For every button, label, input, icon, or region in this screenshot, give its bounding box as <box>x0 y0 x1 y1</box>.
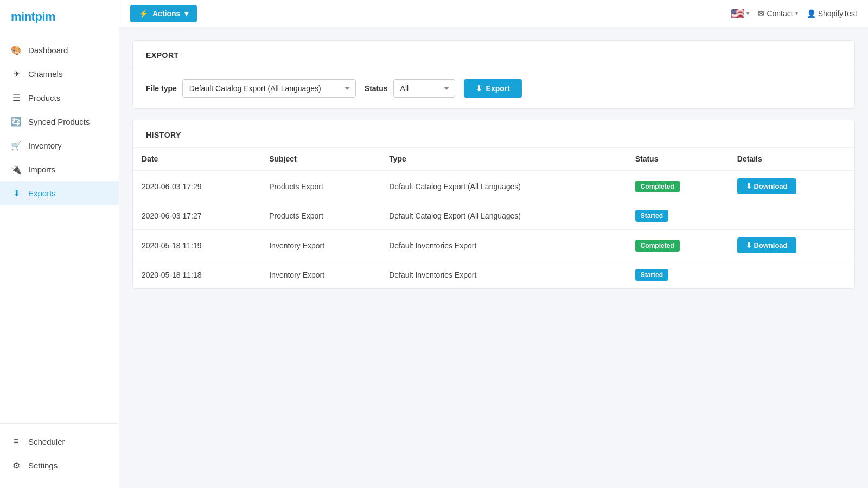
history-card: HISTORY Date Subject Type Status Details <box>132 120 855 289</box>
actions-chevron-icon: ▾ <box>184 9 188 18</box>
table-row: 2020-06-03 17:27Products ExportDefault C… <box>133 202 854 230</box>
cell-status: Completed <box>627 230 729 261</box>
cell-subject: Products Export <box>260 170 380 202</box>
download-button[interactable]: ⬇ Download <box>737 237 796 253</box>
contact-chevron-icon: ▾ <box>795 10 798 16</box>
flag-icon: 🇺🇸 <box>731 7 744 20</box>
download-button[interactable]: ⬇ Download <box>737 178 796 194</box>
contact-label: Contact <box>767 9 793 18</box>
sidebar-item-scheduler[interactable]: ≡ Scheduler <box>0 429 119 453</box>
sidebar-item-dashboard[interactable]: 🎨 Dashboard <box>0 38 119 62</box>
file-type-group: File type Default Catalog Export (All La… <box>146 79 356 98</box>
logo: mintpim <box>0 0 119 33</box>
logo-text: mintpim <box>11 10 55 24</box>
scheduler-icon: ≡ <box>11 436 22 447</box>
table-row: 2020-05-18 11:18Inventory ExportDefault … <box>133 261 854 289</box>
products-icon: ☰ <box>11 92 22 103</box>
status-badge: Started <box>635 269 668 281</box>
cell-date: 2020-05-18 11:18 <box>133 261 260 289</box>
cell-subject: Products Export <box>260 202 380 230</box>
export-button-label: Export <box>486 84 510 93</box>
table-body: 2020-06-03 17:29Products ExportDefault C… <box>133 170 854 288</box>
cell-type: Default Inventories Export <box>380 230 626 261</box>
sidebar-item-inventory[interactable]: 🛒 Inventory <box>0 133 119 157</box>
cell-date: 2020-06-03 17:29 <box>133 170 260 202</box>
status-badge: Completed <box>635 181 680 192</box>
cell-details <box>729 202 854 230</box>
sidebar-nav: 🎨 Dashboard ✈ Channels ☰ Products 🔄 Sync… <box>0 33 119 423</box>
sidebar-bottom: ≡ Scheduler ⚙ Settings <box>0 423 119 488</box>
status-badge: Completed <box>635 240 680 252</box>
settings-icon: ⚙ <box>11 460 22 471</box>
export-button[interactable]: ⬇ Export <box>464 79 522 98</box>
export-card-title: EXPORT <box>146 51 179 60</box>
cell-date: 2020-06-03 17:27 <box>133 202 260 230</box>
file-type-label: File type <box>146 84 177 93</box>
sidebar-item-label: Inventory <box>28 141 62 150</box>
cell-date: 2020-05-18 11:19 <box>133 230 260 261</box>
sidebar-item-label: Channels <box>28 69 62 79</box>
status-badge: Started <box>635 210 668 222</box>
user-label: ShopifyTest <box>818 9 857 18</box>
sidebar-item-label: Synced Products <box>28 117 90 126</box>
history-table: Date Subject Type Status Details 2020-06… <box>133 148 854 288</box>
actions-icon: ⚡ <box>139 9 148 18</box>
exports-icon: ⬇ <box>11 188 22 198</box>
sidebar-item-imports[interactable]: 🔌 Imports <box>0 157 119 181</box>
table-row: 2020-06-03 17:29Products ExportDefault C… <box>133 170 854 202</box>
col-type: Type <box>380 148 626 170</box>
sidebar-item-synced-products[interactable]: 🔄 Synced Products <box>0 110 119 133</box>
status-group: Status All Completed Started <box>365 79 455 98</box>
col-date: Date <box>133 148 260 170</box>
file-type-select[interactable]: Default Catalog Export (All Languages) C… <box>182 79 356 98</box>
main-area: ⚡ Actions ▾ 🇺🇸 ▾ ✉ Contact ▾ 👤 ShopifyTe… <box>119 0 868 488</box>
cell-type: Default Catalog Export (All Languages) <box>380 202 626 230</box>
history-card-title: HISTORY <box>146 131 181 139</box>
language-selector[interactable]: 🇺🇸 ▾ <box>731 7 749 20</box>
actions-button[interactable]: ⚡ Actions ▾ <box>130 5 197 22</box>
actions-label: Actions <box>152 9 180 18</box>
export-card-header: EXPORT <box>133 41 854 68</box>
history-card-header: HISTORY <box>133 120 854 148</box>
cell-type: Default Catalog Export (All Languages) <box>380 170 626 202</box>
sidebar-item-label: Products <box>28 93 60 102</box>
export-card: EXPORT File type Default Catalog Export … <box>132 40 855 109</box>
cell-status: Started <box>627 202 729 230</box>
sidebar-item-exports[interactable]: ⬇ Exports <box>0 181 119 205</box>
channels-icon: ✈ <box>11 68 22 79</box>
user-icon: 👤 <box>807 9 816 18</box>
cell-type: Default Inventories Export <box>380 261 626 289</box>
sidebar-item-label: Settings <box>28 461 58 470</box>
header: ⚡ Actions ▾ 🇺🇸 ▾ ✉ Contact ▾ 👤 ShopifyTe… <box>119 0 868 27</box>
cell-details: ⬇ Download <box>729 230 854 261</box>
sidebar-item-channels[interactable]: ✈ Channels <box>0 62 119 86</box>
contact-button[interactable]: ✉ Contact ▾ <box>758 9 797 18</box>
status-select[interactable]: All Completed Started <box>393 79 455 98</box>
table-header-row: Date Subject Type Status Details <box>133 148 854 170</box>
sidebar-item-settings[interactable]: ⚙ Settings <box>0 453 119 477</box>
cell-subject: Inventory Export <box>260 230 380 261</box>
history-card-body: Date Subject Type Status Details 2020-06… <box>133 148 854 288</box>
flag-chevron-icon: ▾ <box>746 10 749 16</box>
sidebar-item-products[interactable]: ☰ Products <box>0 86 119 110</box>
col-details: Details <box>729 148 854 170</box>
sidebar-item-label: Imports <box>28 165 55 174</box>
imports-icon: 🔌 <box>11 164 22 175</box>
header-right: 🇺🇸 ▾ ✉ Contact ▾ 👤 ShopifyTest <box>731 7 857 20</box>
cell-subject: Inventory Export <box>260 261 380 289</box>
export-card-body: File type Default Catalog Export (All La… <box>133 68 854 108</box>
sidebar-item-label: Exports <box>28 189 56 198</box>
table-row: 2020-05-18 11:19Inventory ExportDefault … <box>133 230 854 261</box>
inventory-icon: 🛒 <box>11 140 22 151</box>
col-subject: Subject <box>260 148 380 170</box>
synced-products-icon: 🔄 <box>11 116 22 127</box>
cell-details: ⬇ Download <box>729 170 854 202</box>
status-label: Status <box>365 84 388 93</box>
user-menu-button[interactable]: 👤 ShopifyTest <box>807 9 857 18</box>
envelope-icon: ✉ <box>758 9 764 18</box>
cell-status: Completed <box>627 170 729 202</box>
export-form: File type Default Catalog Export (All La… <box>146 79 841 98</box>
sidebar-item-label: Dashboard <box>28 46 68 55</box>
cell-details <box>729 261 854 289</box>
export-download-icon: ⬇ <box>476 84 482 93</box>
